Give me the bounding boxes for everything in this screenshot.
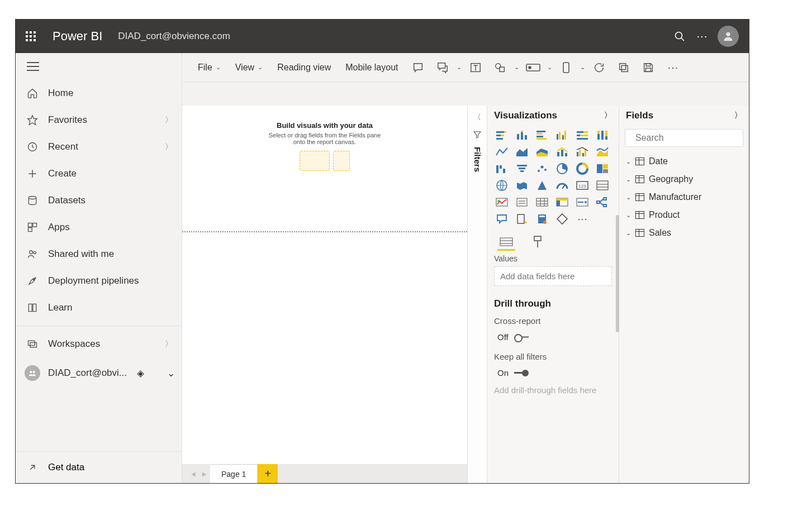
map-icon[interactable] — [493, 178, 511, 193]
values-dropzone[interactable]: Add data fields here — [494, 266, 612, 286]
page-tab-1[interactable]: Page 1 — [210, 464, 258, 483]
svg-rect-61 — [577, 152, 578, 156]
r-visual-icon[interactable] — [573, 195, 591, 209]
nav-get-data[interactable]: Get data — [16, 451, 182, 483]
chat-chart-icon[interactable] — [432, 57, 453, 78]
line-chart-icon[interactable] — [493, 145, 511, 159]
svg-rect-76 — [597, 164, 602, 173]
save-icon[interactable] — [638, 57, 659, 78]
chevron-down-icon[interactable]: ⌄ — [547, 64, 552, 71]
more-icon[interactable]: ⋯ — [691, 25, 713, 47]
table-icon[interactable] — [533, 195, 551, 209]
field-table-sales[interactable]: ⌄Sales — [619, 224, 749, 242]
chevron-down-icon[interactable]: ⌄ — [514, 64, 519, 71]
key-influencers-icon[interactable] — [513, 212, 531, 226]
hundred-stacked-column-icon[interactable] — [593, 128, 611, 142]
menu-view[interactable]: View⌄ — [230, 58, 268, 77]
chevron-right-icon[interactable]: 〉 — [734, 111, 742, 121]
stacked-bar-icon[interactable] — [493, 128, 511, 142]
shapes-icon[interactable] — [490, 57, 511, 78]
nav-create[interactable]: Create — [16, 160, 182, 187]
area-chart-icon[interactable] — [513, 145, 531, 159]
nav-shared[interactable]: Shared with me — [16, 241, 182, 268]
decomposition-tree-icon[interactable] — [593, 195, 611, 209]
waterfall-icon[interactable] — [493, 161, 511, 176]
format-tab[interactable] — [529, 234, 547, 251]
drill-fields-dropzone[interactable]: Add drill-through fields here — [494, 383, 612, 395]
svg-rect-66 — [500, 165, 502, 169]
button-icon[interactable] — [523, 57, 544, 78]
nav-favorites[interactable]: Favorites 〉 — [16, 107, 182, 133]
table-icon — [635, 175, 644, 183]
filters-pane-collapsed[interactable]: 〈 Filters — [467, 106, 487, 483]
comment-icon[interactable] — [407, 57, 429, 78]
textbox-icon[interactable] — [465, 57, 486, 78]
toolbar-more-icon[interactable]: ⋯ — [662, 57, 683, 78]
svg-line-107 — [600, 202, 604, 206]
svg-rect-44 — [564, 131, 566, 140]
fields-search[interactable] — [625, 129, 743, 147]
cross-report-toggle[interactable]: Off — [487, 330, 619, 347]
chevron-down-icon[interactable]: ⌄ — [580, 64, 585, 71]
donut-icon[interactable] — [573, 161, 591, 176]
pie-icon[interactable] — [553, 161, 571, 176]
mobile-layout-button[interactable]: Mobile layout — [340, 58, 403, 77]
field-table-geography[interactable]: ⌄Geography — [619, 170, 749, 188]
funnel-icon[interactable] — [513, 161, 531, 176]
user-avatar[interactable] — [718, 26, 739, 47]
scrollbar-thumb[interactable] — [616, 215, 619, 332]
ribbon-chart-icon[interactable] — [593, 145, 611, 159]
clustered-column-icon[interactable] — [553, 128, 571, 142]
add-page-button[interactable]: + — [258, 464, 278, 483]
scatter-icon[interactable] — [533, 161, 551, 176]
fields-tab[interactable] — [497, 234, 515, 251]
menu-file[interactable]: File⌄ — [192, 58, 226, 77]
search-icon[interactable] — [668, 25, 691, 47]
fields-search-input[interactable] — [635, 133, 747, 143]
nav-home[interactable]: Home — [16, 80, 182, 107]
page-next-button[interactable]: ▶ — [199, 468, 210, 479]
get-more-visuals-icon[interactable]: ⋯ — [573, 212, 591, 226]
clustered-bar-icon[interactable] — [533, 128, 551, 142]
nav-workspaces[interactable]: Workspaces 〉 — [16, 331, 182, 357]
azure-map-icon[interactable] — [533, 178, 551, 193]
nav-recent[interactable]: Recent 〉 — [16, 133, 182, 160]
filled-map-icon[interactable] — [513, 178, 531, 193]
nav-apps[interactable]: Apps — [16, 214, 182, 241]
nav-learn[interactable]: Learn — [16, 294, 182, 321]
gauge-icon[interactable] — [553, 178, 571, 193]
hundred-stacked-bar-icon[interactable] — [573, 128, 591, 142]
stacked-area-icon[interactable] — [533, 145, 551, 159]
treemap-icon[interactable] — [593, 161, 611, 176]
chevron-right-icon[interactable]: 〉 — [604, 111, 612, 121]
field-table-date[interactable]: ⌄Date — [619, 152, 749, 170]
duplicate-icon[interactable] — [613, 57, 634, 78]
report-canvas[interactable]: Build visuals with your data Select or d… — [182, 106, 467, 232]
field-table-product[interactable]: ⌄Product — [619, 206, 749, 224]
kpi-icon[interactable] — [493, 195, 511, 209]
canvas-hint-line1: Select or drag fields from the Fields pa… — [182, 132, 467, 139]
nav-toggle-button[interactable] — [16, 53, 182, 80]
nav-pipelines[interactable]: Deployment pipelines — [16, 268, 182, 294]
paginated-report-icon[interactable] — [533, 212, 551, 226]
multirow-card-icon[interactable] — [593, 178, 611, 193]
nav-datasets[interactable]: Datasets — [16, 187, 182, 214]
app-launcher-icon[interactable] — [26, 31, 36, 41]
line-clustered-column-icon[interactable] — [573, 145, 591, 159]
slicer-icon[interactable] — [513, 195, 531, 209]
card-icon[interactable]: 123 — [573, 178, 591, 193]
python-visual-icon[interactable] — [553, 212, 571, 226]
svg-rect-58 — [557, 152, 559, 156]
page-prev-button[interactable]: ◀ — [188, 468, 199, 479]
field-table-manufacturer[interactable]: ⌄Manufacturer — [619, 188, 749, 206]
keep-filters-toggle[interactable]: On — [487, 366, 619, 383]
line-stacked-column-icon[interactable] — [553, 145, 571, 159]
refresh-icon[interactable] — [588, 57, 610, 78]
current-workspace[interactable]: DIAD_cort@obvi... ◈ ⌄ — [16, 357, 182, 389]
stacked-column-icon[interactable] — [513, 128, 531, 142]
reading-view-button[interactable]: Reading view — [272, 58, 336, 77]
chevron-down-icon[interactable]: ⌄ — [457, 64, 462, 71]
visual-icon[interactable] — [555, 57, 577, 78]
matrix-icon[interactable] — [553, 195, 571, 209]
qna-icon[interactable] — [493, 212, 511, 226]
